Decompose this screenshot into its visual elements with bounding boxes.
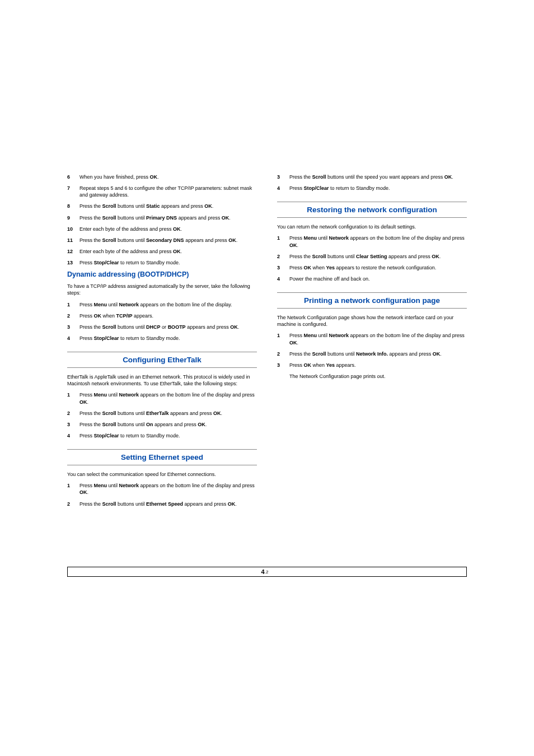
- step-number: 3: [277, 362, 289, 368]
- step-item: 2Press the Scroll buttons until EtherTal…: [67, 410, 257, 417]
- step-item: 1Press Menu until Network appears on the…: [67, 482, 257, 496]
- step-item: 2Press the Scroll buttons until Clear Se…: [277, 253, 467, 260]
- step-item: 4Press Stop/Clear to return to Standby m…: [67, 432, 257, 439]
- step-text: Press Menu until Network appears on the …: [79, 482, 257, 496]
- step-number: 11: [67, 237, 79, 244]
- step-item: 9Press the Scroll buttons until Primary …: [67, 214, 257, 221]
- step-number: 1: [67, 482, 79, 496]
- step-item: 3Press OK when Yes appears to restore th…: [277, 264, 467, 271]
- step-number: 3: [67, 421, 79, 428]
- step-text: Press the Scroll buttons until Static ap…: [79, 203, 257, 209]
- step-text: When you have finished, press OK.: [79, 174, 257, 180]
- step-item: 1Press Menu until Network appears on the…: [67, 301, 257, 308]
- step-item: 4Press Stop/Clear to return to Standby m…: [277, 185, 467, 192]
- step-number: 2: [277, 351, 289, 357]
- step-number: 4: [67, 335, 79, 342]
- step-text: Press the Scroll buttons until On appear…: [79, 421, 257, 428]
- step-text: Press OK when TCP/IP appears.: [79, 312, 257, 319]
- sub-heading-dynamic: Dynamic addressing (BOOTP/DHCP): [67, 270, 257, 278]
- step-text: Enter each byte of the address and press…: [79, 226, 257, 232]
- step-text: Press Stop/Clear to return to Standby mo…: [289, 185, 467, 192]
- step-text: Repeat steps 5 and 6 to configure the ot…: [79, 185, 257, 198]
- step-text: Press the Scroll buttons until Secondary…: [79, 237, 257, 244]
- step-text: Press the Scroll buttons until Clear Set…: [289, 253, 467, 260]
- step-text: Press Menu until Network appears on the …: [289, 332, 467, 346]
- step-text: Enter each byte of the address and press…: [79, 248, 257, 255]
- step-item: 4Press Stop/Clear to return to Standby m…: [67, 335, 257, 342]
- step-text: Power the machine off and back on.: [289, 276, 467, 282]
- step-text: Press the Scroll buttons until Network I…: [289, 351, 467, 357]
- intro-print: The Network Configuration page shows how…: [277, 314, 467, 328]
- section-ethertalk: Configuring EtherTalk: [67, 352, 257, 368]
- steps-list-c: 1Press Menu until Network appears on the…: [67, 391, 257, 439]
- step-number: 7: [67, 185, 79, 198]
- step-number: 2: [277, 253, 289, 260]
- left-column: 6When you have finished, press OK.7Repea…: [67, 174, 257, 512]
- right-column: 3Press the Scroll buttons until the spee…: [277, 174, 467, 512]
- step-number: 2: [67, 312, 79, 319]
- step-text: Press Stop/Clear to return to Standby mo…: [79, 259, 257, 266]
- step-number: 1: [277, 332, 289, 346]
- step-item: 2Press OK when TCP/IP appears.: [67, 312, 257, 319]
- step-text: Press OK when Yes appears.: [289, 362, 467, 368]
- section-print: Printing a network configuration page: [277, 292, 467, 309]
- step-text: Press Menu until Network appears on the …: [79, 301, 257, 308]
- steps-list-rb: 1Press Menu until Network appears on the…: [277, 235, 467, 282]
- step-item: 1Press Menu until Network appears on the…: [277, 235, 467, 248]
- step-item: 4Power the machine off and back on.: [277, 276, 467, 282]
- step-number: 4: [67, 432, 79, 439]
- step-item: 3Press the Scroll buttons until On appea…: [67, 421, 257, 428]
- step-number: 3: [67, 324, 79, 330]
- step-item: 1Press Menu until Network appears on the…: [277, 332, 467, 346]
- step-text: Press Stop/Clear to return to Standby mo…: [79, 432, 257, 439]
- step-item: 13Press Stop/Clear to return to Standby …: [67, 259, 257, 266]
- step-item: 11Press the Scroll buttons until Seconda…: [67, 237, 257, 244]
- step-text: Press Menu until Network appears on the …: [289, 235, 467, 248]
- step-text: Press the Scroll buttons until Primary D…: [79, 214, 257, 221]
- step-number: 9: [67, 214, 79, 221]
- step-item: 10Enter each byte of the address and pre…: [67, 226, 257, 232]
- step-item: 3Press the Scroll buttons until the spee…: [277, 174, 467, 180]
- step-item: 3Press OK when Yes appears.: [277, 362, 467, 368]
- intro-ethernet-speed: You can select the communication speed f…: [67, 471, 257, 478]
- step-item: 12Enter each byte of the address and pre…: [67, 248, 257, 255]
- steps-list-d: 1Press Menu until Network appears on the…: [67, 482, 257, 507]
- step-number: 10: [67, 226, 79, 232]
- step-item: 1Press Menu until Network appears on the…: [67, 391, 257, 405]
- step-item: 6When you have finished, press OK.: [67, 174, 257, 180]
- step-number: 12: [67, 248, 79, 255]
- steps-list-rc: 1Press Menu until Network appears on the…: [277, 332, 467, 368]
- step-number: 13: [67, 259, 79, 266]
- step-item: 3Press the Scroll buttons until DHCP or …: [67, 324, 257, 330]
- step-number: 1: [67, 391, 79, 405]
- step-text: Press Stop/Clear to return to Standby mo…: [79, 335, 257, 342]
- step-number: 4: [277, 276, 289, 282]
- step-number: 3: [277, 264, 289, 271]
- step-number: 3: [277, 174, 289, 180]
- step-text: Press the Scroll buttons until the speed…: [289, 174, 467, 180]
- step-text: Press the Scroll buttons until DHCP or B…: [79, 324, 257, 330]
- intro-dynamic: To have a TCP/IP address assigned automa…: [67, 283, 257, 296]
- print-note: The Network Configuration page prints ou…: [289, 373, 467, 380]
- steps-list-b: 1Press Menu until Network appears on the…: [67, 301, 257, 342]
- steps-list-a: 6When you have finished, press OK.7Repea…: [67, 174, 257, 266]
- section-ethernet-speed: Setting Ethernet speed: [67, 449, 257, 465]
- step-item: 2Press the Scroll buttons until Ethernet…: [67, 501, 257, 507]
- step-number: 1: [67, 301, 79, 308]
- step-item: 7Repeat steps 5 and 6 to configure the o…: [67, 185, 257, 198]
- step-number: 6: [67, 174, 79, 180]
- step-number: 4: [277, 185, 289, 192]
- section-restore: Restoring the network configuration: [277, 202, 467, 218]
- step-text: Press the Scroll buttons until EtherTalk…: [79, 410, 257, 417]
- intro-restore: You can return the network configuration…: [277, 223, 467, 230]
- step-text: Press OK when Yes appears to restore the…: [289, 264, 467, 271]
- page-footer: 4.2: [67, 567, 467, 577]
- step-number: 2: [67, 410, 79, 417]
- step-text: Press the Scroll buttons until Ethernet …: [79, 501, 257, 507]
- step-number: 1: [277, 235, 289, 248]
- step-item: 8Press the Scroll buttons until Static a…: [67, 203, 257, 209]
- step-number: 2: [67, 501, 79, 507]
- page-number-minor: .2: [265, 570, 269, 575]
- intro-ethertalk: EtherTalk is AppleTalk used in an Ethern…: [67, 374, 257, 387]
- step-item: 2Press the Scroll buttons until Network …: [277, 351, 467, 357]
